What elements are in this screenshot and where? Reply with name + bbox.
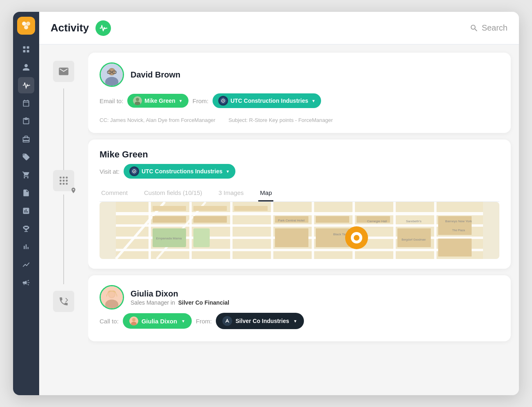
svg-rect-7 bbox=[60, 177, 61, 178]
svg-rect-53 bbox=[316, 216, 349, 223]
call-to-tag[interactable]: Giulia Dixon ▼ bbox=[123, 313, 192, 329]
svg-rect-43 bbox=[393, 202, 396, 259]
sidebar-item-document[interactable] bbox=[18, 185, 34, 201]
from-company-label: UTC Construction Industries bbox=[231, 97, 308, 104]
add-activity-button[interactable] bbox=[95, 20, 111, 36]
call-card-header: Giulia Dixon Sales Manager in Silver Co … bbox=[100, 285, 499, 310]
email-to-row: Email to: Mike Green ▼ bbox=[100, 93, 499, 108]
svg-rect-36 bbox=[116, 249, 483, 251]
svg-text:Bergdorf Goodman: Bergdorf Goodman bbox=[401, 238, 426, 241]
search-icon bbox=[470, 24, 479, 33]
call-from-label: From: bbox=[196, 318, 212, 325]
david-brown-avatar bbox=[100, 62, 124, 87]
david-brown-name: David Brown bbox=[131, 70, 180, 80]
visit-company-tag[interactable]: UTC Constructions Industries ▼ bbox=[124, 164, 235, 179]
svg-point-18 bbox=[105, 77, 118, 87]
tab-custom-fields[interactable]: Custom fields (10/15) bbox=[142, 185, 204, 201]
call-to-row: Call to: Giulia Dixon ▼ bbox=[100, 313, 499, 329]
svg-rect-37 bbox=[149, 202, 151, 259]
sidebar-item-megaphone[interactable] bbox=[18, 274, 34, 291]
tab-images[interactable]: 3 Images bbox=[217, 185, 246, 201]
sidebar-item-trophy[interactable] bbox=[18, 221, 34, 237]
svg-point-0 bbox=[22, 22, 26, 26]
cards-column: David Brown Email to: bbox=[88, 44, 519, 395]
app-container: Activity Search bbox=[13, 12, 519, 395]
page-title: Activity bbox=[51, 22, 89, 34]
from-company-tag[interactable]: UTC Construction Industries ▼ bbox=[213, 93, 321, 108]
from-company-chevron: ▼ bbox=[311, 99, 315, 103]
email-card: David Brown Email to: bbox=[88, 53, 511, 133]
sidebar bbox=[13, 12, 39, 395]
svg-rect-5 bbox=[23, 50, 26, 53]
email-to-label: Email to: bbox=[100, 97, 123, 104]
svg-rect-48 bbox=[193, 206, 227, 211]
svg-rect-39 bbox=[230, 202, 233, 259]
svg-point-76 bbox=[109, 292, 115, 297]
search-area[interactable]: Search bbox=[470, 23, 508, 33]
email-activity-icon[interactable] bbox=[53, 61, 74, 82]
mike-green-visit-name: Mike Green bbox=[100, 149, 499, 160]
map-view: Empanada Mama Park Central Hotel Carnegi… bbox=[100, 202, 499, 259]
visit-card: Mike Green Visit at: UTC Con bbox=[88, 139, 511, 269]
svg-rect-13 bbox=[60, 183, 61, 184]
svg-text:Park Central Hotel: Park Central Hotel bbox=[278, 219, 305, 222]
header: Activity Search bbox=[39, 12, 519, 44]
svg-rect-40 bbox=[271, 202, 273, 259]
svg-rect-44 bbox=[434, 202, 437, 259]
tab-map[interactable]: Map bbox=[258, 185, 273, 201]
svg-rect-47 bbox=[153, 206, 186, 211]
visit-activity-icon[interactable] bbox=[53, 170, 74, 191]
visit-card-tabs: Comment Custom fields (10/15) 3 Images M… bbox=[100, 185, 499, 202]
giulia-dixon-info: Giulia Dixon Sales Manager in Silver Co … bbox=[131, 289, 229, 306]
email-to-tag[interactable]: Mike Green ▼ bbox=[127, 94, 188, 108]
tab-comment[interactable]: Comment bbox=[100, 185, 129, 201]
activity-timeline-line-1 bbox=[63, 88, 64, 170]
svg-rect-33 bbox=[116, 212, 483, 215]
sidebar-item-chart-alt[interactable] bbox=[18, 257, 34, 273]
svg-text:Empanada Mama: Empanada Mama bbox=[156, 237, 182, 240]
svg-rect-4 bbox=[27, 46, 29, 49]
mike-green-tag-label: Mike Green bbox=[144, 97, 175, 104]
svg-text:Barneys New York: Barneys New York bbox=[445, 219, 472, 223]
svg-rect-12 bbox=[66, 180, 67, 181]
svg-rect-49 bbox=[234, 206, 268, 211]
call-activity-icon[interactable] bbox=[53, 291, 74, 312]
svg-point-72 bbox=[354, 235, 359, 241]
call-from-company-tag[interactable]: Silver Co Industries ▼ bbox=[216, 313, 304, 329]
svg-rect-59 bbox=[397, 228, 431, 247]
email-to-chevron: ▼ bbox=[179, 99, 183, 103]
call-from-company-label: Silver Co Industries bbox=[235, 318, 289, 324]
svg-text:Sarebeth's: Sarebeth's bbox=[406, 219, 421, 223]
sidebar-item-cart[interactable] bbox=[18, 167, 34, 183]
sidebar-item-person[interactable] bbox=[18, 59, 34, 75]
svg-rect-9 bbox=[66, 177, 67, 178]
svg-rect-58 bbox=[316, 228, 349, 247]
sidebar-item-tag[interactable] bbox=[18, 149, 34, 165]
sidebar-item-grid[interactable] bbox=[18, 41, 34, 58]
svg-rect-56 bbox=[193, 228, 210, 247]
sidebar-item-clipboard[interactable] bbox=[18, 113, 34, 129]
svg-rect-6 bbox=[27, 50, 29, 53]
call-to-chevron: ▼ bbox=[181, 319, 185, 323]
utc-visit-icon bbox=[129, 166, 139, 176]
sidebar-item-bar-chart[interactable] bbox=[18, 239, 34, 255]
app-logo[interactable] bbox=[17, 17, 35, 35]
call-to-label: Call to: bbox=[100, 318, 119, 325]
svg-rect-8 bbox=[63, 177, 64, 178]
svg-text:The Plaza: The Plaza bbox=[452, 229, 465, 232]
visit-company-label: UTC Constructions Industries bbox=[142, 168, 222, 175]
content-area: David Brown Email to: bbox=[39, 44, 519, 395]
search-label: Search bbox=[482, 23, 508, 33]
svg-rect-50 bbox=[153, 216, 186, 223]
svg-point-78 bbox=[132, 318, 135, 321]
svg-rect-60 bbox=[438, 216, 472, 235]
email-card-header: David Brown bbox=[100, 62, 499, 87]
sidebar-item-pulse[interactable] bbox=[18, 77, 34, 93]
sidebar-item-calendar[interactable] bbox=[18, 95, 34, 111]
sidebar-item-chart[interactable] bbox=[18, 203, 34, 219]
sidebar-item-briefcase[interactable] bbox=[18, 131, 34, 147]
utc-company-icon bbox=[218, 96, 228, 106]
svg-rect-61 bbox=[438, 239, 472, 257]
svg-rect-3 bbox=[23, 46, 26, 49]
svg-rect-38 bbox=[189, 202, 192, 259]
